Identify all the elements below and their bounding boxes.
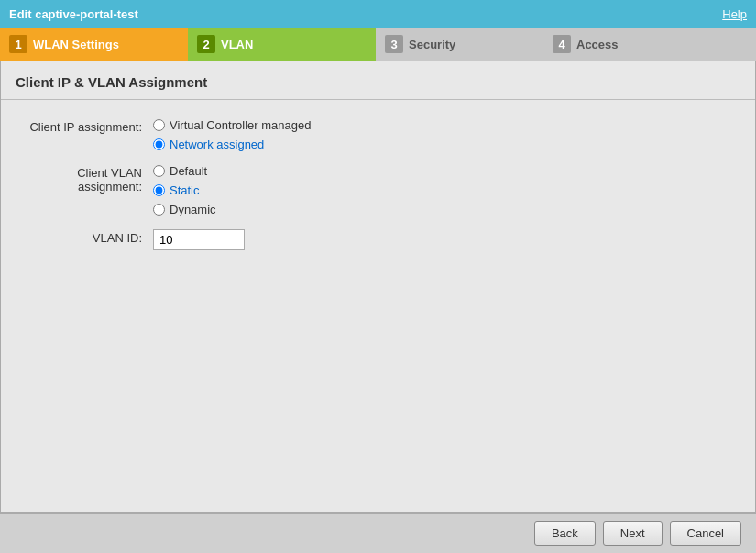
step-2-number: 2	[197, 35, 215, 53]
client-ip-row: Client IP assignment: Virtual Controller…	[16, 118, 740, 151]
radio-dynamic-input[interactable]	[153, 204, 165, 216]
radio-virtual-controller[interactable]: Virtual Controller managed	[153, 118, 311, 132]
radio-dynamic-label: Dynamic	[170, 203, 216, 216]
client-ip-radio-group: Virtual Controller managed Network assig…	[153, 118, 311, 151]
radio-network-assigned-input[interactable]	[153, 138, 165, 150]
vlan-id-label: VLAN ID:	[16, 229, 153, 245]
step-2-label: VLAN	[221, 38, 253, 51]
step-3-number: 3	[385, 35, 403, 53]
radio-static-label: Static	[170, 183, 200, 197]
step-2[interactable]: 2 VLAN	[188, 28, 376, 61]
step-3-label: Security	[409, 38, 455, 51]
step-4-number: 4	[553, 35, 571, 53]
section-title: Client IP & VLAN Assignment	[1, 61, 755, 100]
steps-bar: 1 WLAN Settings 2 VLAN 3 Security 4 Acce…	[0, 28, 756, 61]
step-4[interactable]: 4 Access	[543, 28, 756, 61]
cancel-button[interactable]: Cancel	[670, 521, 741, 546]
title-bar: Edit captive-portal-test Help	[0, 0, 756, 28]
step-4-label: Access	[576, 38, 619, 51]
radio-static[interactable]: Static	[153, 183, 216, 197]
radio-default-input[interactable]	[153, 165, 165, 177]
vlan-id-row: VLAN ID:	[16, 229, 740, 250]
step-3[interactable]: 3 Security	[376, 28, 543, 61]
client-ip-label: Client IP assignment:	[16, 118, 153, 134]
radio-virtual-controller-input[interactable]	[153, 119, 165, 131]
client-vlan-radio-group: Default Static Dynamic	[153, 164, 216, 216]
vlan-id-input[interactable]	[153, 229, 245, 250]
step-1-label: WLAN Settings	[33, 38, 119, 51]
main-container: Edit captive-portal-test Help 1 WLAN Set…	[0, 0, 756, 553]
radio-default[interactable]: Default	[153, 164, 216, 178]
footer-bar: Back Next Cancel	[0, 513, 756, 553]
step-1[interactable]: 1 WLAN Settings	[0, 28, 188, 61]
radio-virtual-controller-label: Virtual Controller managed	[170, 118, 311, 132]
next-button[interactable]: Next	[603, 521, 663, 546]
radio-dynamic[interactable]: Dynamic	[153, 203, 216, 216]
content-area: Client IP & VLAN Assignment Client IP as…	[0, 61, 756, 513]
client-vlan-row: Client VLAN assignment: Default Static D…	[16, 164, 740, 216]
help-link[interactable]: Help	[722, 7, 747, 21]
form-area: Client IP assignment: Virtual Controller…	[1, 109, 755, 512]
radio-default-label: Default	[170, 164, 207, 178]
dialog-title: Edit captive-portal-test	[9, 7, 138, 21]
step-1-number: 1	[9, 35, 27, 53]
radio-network-assigned-label: Network assigned	[170, 138, 264, 151]
client-vlan-label: Client VLAN assignment:	[16, 164, 153, 194]
back-button[interactable]: Back	[534, 521, 596, 546]
radio-static-input[interactable]	[153, 184, 165, 196]
radio-network-assigned[interactable]: Network assigned	[153, 138, 311, 151]
